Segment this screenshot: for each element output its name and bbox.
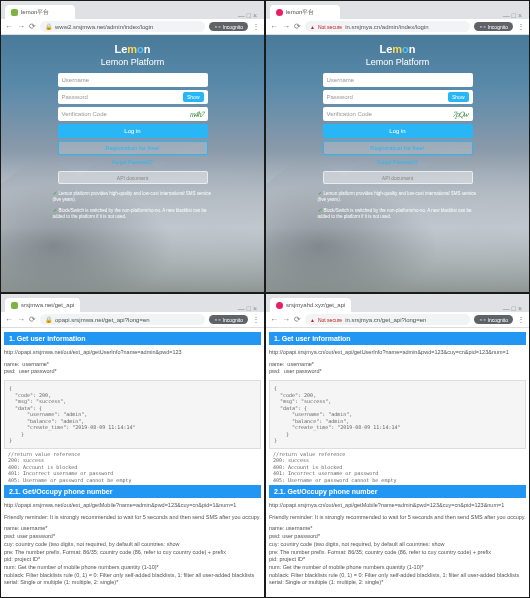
tab-title: srsjmyahd.xyz/get_api [286, 302, 345, 308]
reload-icon[interactable]: ⟳ [29, 315, 36, 324]
incognito-badge: Incognito [474, 315, 513, 324]
menu-icon[interactable]: ⋮ [252, 22, 260, 31]
window-controls[interactable]: — □ × [235, 303, 260, 312]
return-codes: //return value reference 200: success 40… [269, 451, 526, 484]
check-icon: ✔ [318, 190, 322, 196]
back-icon[interactable]: ← [5, 315, 13, 324]
window-bot-left: srsjmwa.net/get_api — □ × ← → ⟳ 🔒opapi.s… [0, 293, 265, 598]
show-password-button[interactable]: Show [448, 92, 469, 102]
section-heading: 2.1. Get/Occupy phone number [269, 485, 526, 498]
menu-icon[interactable]: ⋮ [517, 22, 525, 31]
check-icon: ✔ [53, 207, 57, 213]
page-title: Lemon Platform [366, 57, 430, 67]
incognito-badge: Incognito [209, 22, 248, 31]
forgot-password-link[interactable]: Forgot Password? [58, 159, 208, 165]
not-secure-label: Not secure [318, 317, 342, 323]
brand-logo: Lemon [379, 43, 415, 55]
back-icon[interactable]: ← [270, 22, 278, 31]
lock-icon: 🔒 [45, 23, 52, 30]
reminder-text: Friendly reminder: It is strongly recomm… [269, 512, 526, 524]
api-doc-button[interactable]: API document [323, 171, 473, 184]
not-secure-icon: ▲ [310, 24, 315, 30]
register-button[interactable]: Registration for free! [58, 141, 208, 155]
lock-icon: 🔒 [45, 316, 52, 323]
request-url: http://opapi.srsjmwa.net/out/ext_api/get… [4, 500, 261, 512]
verification-input[interactable]: Verification Codem4h7 [58, 107, 208, 121]
username-input[interactable]: Username [323, 73, 473, 87]
url-text: in.srsjmya.cn/get_api?long=en [345, 317, 426, 323]
forward-icon[interactable]: → [282, 315, 290, 324]
window-bot-right: srsjmyahd.xyz/get_api — □ × ← → ⟳ ▲Not s… [265, 293, 530, 598]
page-title: Lemon Platform [101, 57, 165, 67]
api-doc-button[interactable]: API document [58, 171, 208, 184]
section-heading: 2.1. Get/Occupy phone number [4, 485, 261, 498]
forward-icon[interactable]: → [282, 22, 290, 31]
forward-icon[interactable]: → [17, 315, 25, 324]
footer-notes: ✔Lemon platform provides high-quality an… [318, 190, 478, 223]
url-text: opapi.srsjmwa.net/get_api?long=en [55, 317, 150, 323]
login-page: Lemon Lemon Platform Username PasswordSh… [266, 35, 529, 292]
incognito-badge: Incognito [209, 315, 248, 324]
username-input[interactable]: Username [58, 73, 208, 87]
forgot-password-link[interactable]: Forgot Password? [323, 159, 473, 165]
login-button[interactable]: Log in [58, 124, 208, 138]
not-secure-label: Not secure [318, 24, 342, 30]
request-url: http://opapi.srsjmya.cn/out/ext_api/getM… [269, 500, 526, 512]
favicon-icon [276, 9, 283, 16]
browser-tabbar: srsjmwa.net/get_api — □ × [1, 294, 264, 312]
tab-title: lemon平台 [21, 8, 49, 17]
address-bar-row: ← → ⟳ 🔒opapi.srsjmwa.net/get_api?long=en… [1, 312, 264, 328]
forward-icon[interactable]: → [17, 22, 25, 31]
captcha-image: m4h7 [189, 110, 204, 119]
menu-icon[interactable]: ⋮ [252, 315, 260, 324]
url-text: in.srsjmya.cn/admin/index/login [345, 24, 428, 30]
browser-tabbar: lemon平台 — □ × [1, 1, 264, 19]
reload-icon[interactable]: ⟳ [294, 315, 301, 324]
verification-input[interactable]: Verification Code7pQw [323, 107, 473, 121]
browser-tab[interactable]: lemon平台 [5, 5, 75, 19]
brand-logo: Lemon [114, 43, 150, 55]
window-controls[interactable]: — □ × [500, 10, 525, 19]
login-page: Lemon Lemon Platform Username PasswordSh… [1, 35, 264, 292]
browser-tab[interactable]: srsjmyahd.xyz/get_api [270, 298, 351, 312]
register-button[interactable]: Registration for free! [323, 141, 473, 155]
url-input[interactable]: 🔒www2.srsjmwa.net/admin/index/login [40, 21, 205, 32]
api-doc-body: 1. Get user information http://opapi.srs… [266, 328, 529, 597]
captcha-image: 7pQw [453, 110, 470, 119]
url-input[interactable]: ▲Not securein.srsjmya.cn/get_api?long=en [305, 314, 470, 325]
login-form: Username PasswordShow Verification Code7… [323, 73, 473, 184]
code-block: { "code": 200, "msg": "success", "data":… [269, 380, 526, 449]
url-input[interactable]: 🔒opapi.srsjmwa.net/get_api?long=en [40, 314, 205, 325]
password-input[interactable]: PasswordShow [58, 90, 208, 104]
params-list: name: username* pwd: user password* cuy:… [269, 523, 526, 589]
check-icon: ✔ [318, 207, 322, 213]
params-text: name: username* pwd: user password* [4, 359, 261, 378]
menu-icon[interactable]: ⋮ [517, 315, 525, 324]
favicon-icon [276, 302, 283, 309]
favicon-icon [11, 9, 18, 16]
browser-tab[interactable]: lemon平台 [270, 5, 340, 19]
address-bar-row: ← → ⟳ ▲Not securein.srsjmya.cn/admin/ind… [266, 19, 529, 35]
section-heading: 1. Get user information [269, 332, 526, 345]
code-block: { "code": 200, "msg": "success", "data":… [4, 380, 261, 449]
show-password-button[interactable]: Show [183, 92, 204, 102]
reload-icon[interactable]: ⟳ [294, 22, 301, 31]
browser-tabbar: lemon平台 — □ × [266, 1, 529, 19]
tab-title: srsjmwa.net/get_api [21, 302, 74, 308]
address-bar-row: ← → ⟳ 🔒www2.srsjmwa.net/admin/index/logi… [1, 19, 264, 35]
address-bar-row: ← → ⟳ ▲Not securein.srsjmya.cn/get_api?l… [266, 312, 529, 328]
browser-tab[interactable]: srsjmwa.net/get_api [5, 298, 80, 312]
check-icon: ✔ [53, 190, 57, 196]
window-controls[interactable]: — □ × [235, 10, 260, 19]
reload-icon[interactable]: ⟳ [29, 22, 36, 31]
window-top-right: lemon平台 — □ × ← → ⟳ ▲Not securein.srsjmy… [265, 0, 530, 293]
url-input[interactable]: ▲Not securein.srsjmya.cn/admin/index/log… [305, 21, 470, 32]
back-icon[interactable]: ← [270, 315, 278, 324]
password-input[interactable]: PasswordShow [323, 90, 473, 104]
back-icon[interactable]: ← [5, 22, 13, 31]
login-button[interactable]: Log in [323, 124, 473, 138]
window-controls[interactable]: — □ × [500, 303, 525, 312]
reminder-text: Friendly reminder: It is strongly recomm… [4, 512, 261, 524]
incognito-badge: Incognito [474, 22, 513, 31]
url-text: www2.srsjmwa.net/admin/index/login [55, 24, 153, 30]
